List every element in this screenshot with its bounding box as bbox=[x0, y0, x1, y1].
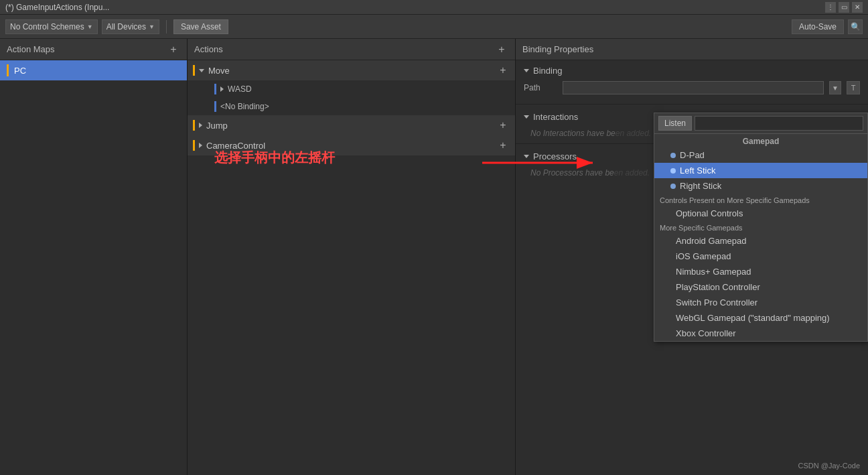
path-dropdown-button[interactable]: ▼ bbox=[829, 81, 841, 94]
add-binding-button[interactable]: + bbox=[496, 64, 510, 77]
chevron-down-icon: ▼ bbox=[149, 23, 155, 30]
binding-label: Binding bbox=[533, 66, 562, 76]
dropdown-item-playstation[interactable]: PlayStation Controller bbox=[654, 279, 867, 295]
dot-icon bbox=[670, 184, 676, 189]
dropdown-item-rightstick[interactable]: Right Stick bbox=[654, 178, 867, 194]
title-text: (*) GameInputActions (Inpu... bbox=[5, 3, 109, 12]
auto-save-button[interactable]: Auto-Save bbox=[792, 19, 844, 34]
action-accent-bar bbox=[193, 65, 195, 76]
binding-nobinding-label: <No Binding> bbox=[220, 102, 269, 111]
more-options-btn[interactable]: ⋮ bbox=[825, 2, 836, 13]
path-input[interactable] bbox=[563, 81, 824, 94]
close-btn[interactable]: ✕ bbox=[852, 2, 863, 13]
dropdown-item-ios[interactable]: iOS Gamepad bbox=[654, 249, 867, 264]
actions-panel: Actions + Move + WASD <No Binding> bbox=[188, 39, 516, 475]
path-dropdown-popup: Listen Gamepad D-Pad Left Stick Right St… bbox=[654, 113, 868, 342]
dropdown-item-dpad[interactable]: D-Pad bbox=[654, 147, 867, 163]
binding-properties-title: Binding Properties bbox=[522, 44, 593, 54]
binding-properties-header: Binding Properties bbox=[516, 39, 868, 60]
accent-bar bbox=[7, 64, 9, 76]
minimize-btn[interactable]: ▭ bbox=[839, 2, 849, 13]
action-sub-nobinding[interactable]: <No Binding> bbox=[188, 98, 515, 115]
action-group-move[interactable]: Move + bbox=[188, 60, 515, 80]
action-maps-title: Action Maps bbox=[7, 44, 55, 54]
path-T-button[interactable]: T bbox=[847, 81, 860, 94]
collapse-icon[interactable] bbox=[199, 69, 204, 72]
search-button[interactable]: 🔍 bbox=[848, 19, 863, 34]
action-group-jump[interactable]: Jump + bbox=[188, 115, 515, 135]
action-accent-bar-3 bbox=[193, 140, 195, 151]
dropdown-item-xbox[interactable]: Xbox Controller bbox=[654, 326, 867, 341]
controls-present-label: Controls Present on More Specific Gamepa… bbox=[654, 194, 867, 206]
expand-icon-camera[interactable] bbox=[199, 143, 202, 148]
path-row: Path ▼ T bbox=[524, 81, 860, 94]
action-camera-label: CameraControl bbox=[206, 141, 265, 151]
add-action-button[interactable]: + bbox=[495, 43, 508, 56]
dot-icon bbox=[670, 153, 676, 158]
processors-label: Processors bbox=[533, 151, 577, 161]
title-bar: (*) GameInputActions (Inpu... ⋮ ▭ ✕ bbox=[0, 0, 868, 15]
action-sub-wasd[interactable]: WASD bbox=[188, 80, 515, 98]
path-label: Path bbox=[524, 83, 557, 92]
all-devices-dropdown[interactable]: All Devices ▼ bbox=[102, 19, 159, 34]
expand-icon[interactable] bbox=[220, 86, 224, 92]
no-control-schemes-dropdown[interactable]: No Control Schemes ▼ bbox=[5, 19, 98, 34]
gamepad-category: Gamepad bbox=[654, 134, 867, 147]
title-bar-controls: ⋮ ▭ ✕ bbox=[825, 2, 863, 13]
actions-header: Actions + bbox=[188, 39, 515, 60]
listen-button[interactable]: Listen bbox=[658, 116, 692, 131]
action-accent-bar-2 bbox=[193, 120, 195, 131]
action-move-label: Move bbox=[208, 66, 230, 76]
binding-accent-bar bbox=[214, 84, 216, 94]
dropdown-item-optional[interactable]: Optional Controls bbox=[654, 206, 867, 221]
chevron-down-icon: ▼ bbox=[87, 23, 93, 30]
add-binding-jump-button[interactable]: + bbox=[496, 119, 510, 132]
add-action-map-button[interactable]: + bbox=[167, 43, 180, 56]
action-maps-panel: Action Maps + PC bbox=[0, 39, 188, 475]
dot-icon bbox=[670, 168, 676, 174]
interactions-expand-icon[interactable] bbox=[524, 115, 529, 119]
add-binding-camera-button[interactable]: + bbox=[496, 139, 510, 152]
section-expand-icon[interactable] bbox=[524, 69, 529, 72]
actions-title: Actions bbox=[194, 44, 223, 54]
action-map-item-pc[interactable]: PC bbox=[0, 60, 187, 80]
toolbar: No Control Schemes ▼ All Devices ▼ Save … bbox=[0, 15, 868, 39]
action-maps-header: Action Maps + bbox=[0, 39, 187, 60]
processors-expand-icon[interactable] bbox=[524, 155, 529, 158]
dropdown-item-android[interactable]: Android Gamepad bbox=[654, 233, 867, 249]
dropdown-search-input[interactable] bbox=[695, 116, 863, 131]
dropdown-item-nimbus[interactable]: Nimbus+ Gamepad bbox=[654, 264, 867, 279]
binding-section: Binding Path ▼ T bbox=[516, 60, 868, 104]
save-asset-button[interactable]: Save Asset bbox=[173, 19, 228, 34]
interactions-label: Interactions bbox=[533, 112, 578, 122]
expand-icon-jump[interactable] bbox=[199, 123, 202, 128]
binding-wasd-label: WASD bbox=[228, 84, 252, 94]
dropdown-item-webgl[interactable]: WebGL Gamepad ("standard" mapping) bbox=[654, 310, 867, 326]
binding-section-header: Binding bbox=[524, 66, 860, 76]
watermark: CSDN @Jay-Code bbox=[798, 462, 860, 470]
dropdown-item-switch[interactable]: Switch Pro Controller bbox=[654, 295, 867, 310]
dropdown-search-row: Listen bbox=[654, 113, 867, 134]
action-map-label: PC bbox=[14, 66, 26, 76]
action-group-camera[interactable]: CameraControl + bbox=[188, 135, 515, 155]
action-jump-label: Jump bbox=[206, 121, 228, 131]
toolbar-separator bbox=[166, 20, 167, 33]
dropdown-item-leftstick[interactable]: Left Stick bbox=[654, 163, 867, 178]
more-specific-label: More Specific Gamepads bbox=[654, 221, 867, 233]
binding-accent-bar-2 bbox=[214, 101, 216, 112]
